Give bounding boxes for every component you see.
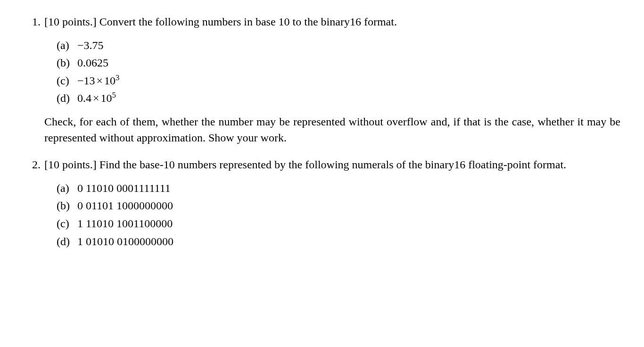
sublist: (a) −3.75 (b) 0.0625 (c) −13×103 (d) 0.4… <box>57 38 620 107</box>
times-symbol: × <box>95 74 105 87</box>
question-points: [10 points.] <box>44 16 97 28</box>
subitem-label: (b) <box>57 55 77 71</box>
prefix: 0.4 <box>77 92 91 104</box>
subitem-value: 1 11010 1001100000 <box>77 216 620 232</box>
followup-text: Check, for each of them, whether the num… <box>44 114 620 146</box>
sublist: (a) 0 11010 0001111111 (b) 0 01101 10000… <box>57 181 620 249</box>
base: 10 <box>101 92 112 104</box>
subitem-a: (a) 0 11010 0001111111 <box>57 181 620 197</box>
subitem-label: (c) <box>57 216 77 232</box>
subitem-a: (a) −3.75 <box>57 38 620 54</box>
question-1: 1. [10 points.] Convert the following nu… <box>24 14 620 146</box>
subitem-label: (d) <box>57 91 77 107</box>
subitem-value: 1 01010 0100000000 <box>77 234 620 250</box>
subitem-value: 0.0625 <box>77 55 620 71</box>
subitem-value: 0 01101 1000000000 <box>77 198 620 214</box>
exponent: 5 <box>112 91 116 99</box>
question-number: 1. <box>24 14 44 30</box>
question-header: 2. [10 points.] Find the base-10 numbers… <box>24 157 620 173</box>
question-points: [10 points.] <box>44 158 97 171</box>
question-prompt: Find the base-10 numbers represented by … <box>99 158 566 171</box>
subitem-value: 0 11010 0001111111 <box>77 181 620 197</box>
subitem-label: (c) <box>57 73 77 89</box>
subitem-label: (b) <box>57 198 77 214</box>
subitem-c: (c) −13×103 <box>57 73 620 89</box>
subitem-d: (d) 1 01010 0100000000 <box>57 234 620 250</box>
base: 10 <box>104 74 116 87</box>
subitem-label: (d) <box>57 234 77 250</box>
question-header: 1. [10 points.] Convert the following nu… <box>24 14 620 30</box>
question-2: 2. [10 points.] Find the base-10 numbers… <box>24 157 620 249</box>
subitem-value: −3.75 <box>77 38 620 54</box>
question-text: [10 points.] Find the base-10 numbers re… <box>44 157 620 173</box>
subitem-b: (b) 0.0625 <box>57 55 620 71</box>
subitem-d: (d) 0.4×105 <box>57 91 620 107</box>
subitem-value: 0.4×105 <box>77 91 620 107</box>
exponent: 3 <box>116 73 119 82</box>
question-text: [10 points.] Convert the following numbe… <box>44 14 620 30</box>
question-prompt: Convert the following numbers in base 10… <box>99 16 397 28</box>
times-symbol: × <box>91 92 101 104</box>
subitem-b: (b) 0 01101 1000000000 <box>57 198 620 214</box>
subitem-label: (a) <box>57 181 77 197</box>
subitem-label: (a) <box>57 38 77 54</box>
subitem-value: −13×103 <box>77 73 620 89</box>
prefix: −13 <box>77 74 95 87</box>
subitem-c: (c) 1 11010 1001100000 <box>57 216 620 232</box>
question-number: 2. <box>24 157 44 173</box>
